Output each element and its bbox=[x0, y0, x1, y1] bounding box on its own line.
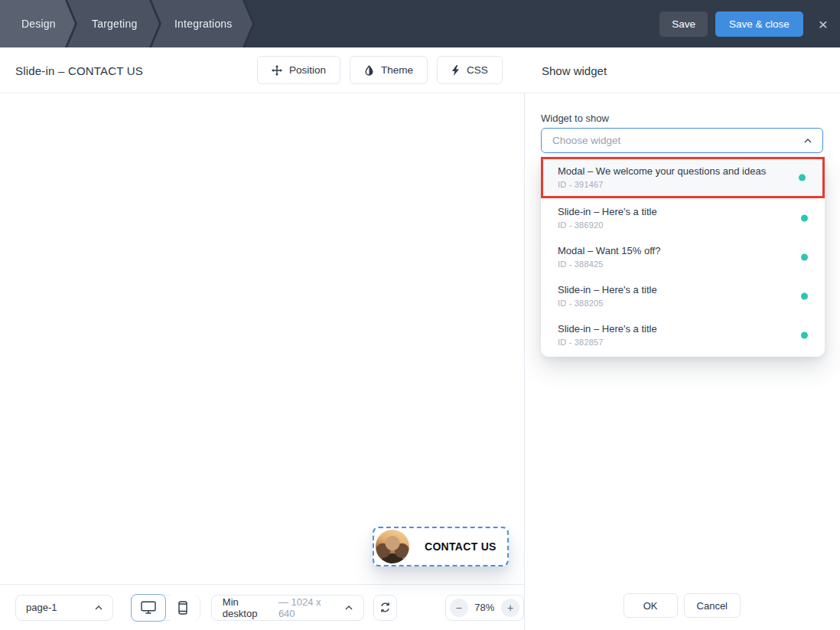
widget-option-id: ID - 388425 bbox=[558, 259, 790, 269]
widget-option-1[interactable]: Modal – We welcome your questions and id… bbox=[541, 157, 825, 198]
tab-design[interactable]: Design bbox=[0, 0, 75, 47]
panel-actions: OK Cancel bbox=[623, 593, 741, 618]
position-button-label: Position bbox=[289, 64, 326, 76]
viewport-label: Min desktop bbox=[223, 596, 273, 619]
widget-title: Slide-in – CONTACT US bbox=[15, 64, 143, 77]
tab-design-label: Design bbox=[21, 18, 56, 30]
tab-targeting[interactable]: Targeting bbox=[65, 0, 159, 47]
widget-option-title: Slide-in – Here's a title bbox=[558, 206, 790, 218]
lightning-bolt-icon bbox=[451, 65, 460, 76]
active-status-dot bbox=[801, 253, 808, 260]
zoom-in-button[interactable]: + bbox=[501, 599, 519, 617]
active-status-dot bbox=[801, 214, 808, 221]
position-button[interactable]: Position bbox=[257, 56, 340, 84]
zoom-control: − 78% + bbox=[445, 595, 524, 621]
smartphone-icon bbox=[178, 601, 187, 615]
contact-us-widget-preview[interactable]: CONTACT US bbox=[373, 527, 509, 566]
theme-button[interactable]: Theme bbox=[350, 56, 428, 84]
viewport-size-select[interactable]: Min desktop — 1024 x 640 bbox=[211, 595, 364, 621]
topbar-actions: Save Save & close × bbox=[659, 0, 828, 47]
zoom-out-button[interactable]: − bbox=[450, 599, 468, 617]
save-and-close-button[interactable]: Save & close bbox=[715, 11, 803, 37]
widget-option-id: ID - 386920 bbox=[558, 220, 790, 230]
widget-option-title: Modal – Want 15% off? bbox=[558, 245, 790, 257]
editor-header: Slide-in – CONTACT US Position Theme CSS… bbox=[0, 47, 840, 93]
device-toggle-group bbox=[131, 595, 200, 621]
page-select-value: page-1 bbox=[26, 602, 57, 613]
widget-option-title: Modal – We welcome your questions and id… bbox=[558, 165, 787, 178]
css-button-label: CSS bbox=[467, 64, 488, 76]
widget-option-id: ID - 388205 bbox=[558, 298, 790, 308]
page-body: CONTACT US page-1 bbox=[0, 93, 840, 630]
zoom-level: 78% bbox=[474, 602, 494, 613]
widget-option-3[interactable]: Modal – Want 15% off? ID - 388425 bbox=[541, 237, 825, 276]
widget-to-show-label: Widget to show bbox=[541, 113, 609, 124]
tab-integrations[interactable]: Integrations bbox=[149, 0, 252, 47]
active-status-dot bbox=[799, 175, 806, 181]
save-button[interactable]: Save bbox=[659, 11, 708, 37]
panel-title: Show widget bbox=[542, 64, 607, 77]
canvas-column: CONTACT US page-1 bbox=[0, 93, 525, 630]
ok-button[interactable]: OK bbox=[623, 593, 678, 618]
cancel-button[interactable]: Cancel bbox=[684, 593, 741, 618]
show-widget-panel: Widget to show Choose widget Modal – We … bbox=[525, 93, 840, 630]
close-icon[interactable]: × bbox=[819, 16, 828, 32]
chevron-up-icon bbox=[345, 606, 353, 610]
monitor-icon bbox=[141, 601, 156, 614]
avatar bbox=[376, 530, 409, 563]
tab-targeting-label: Targeting bbox=[92, 18, 137, 30]
widget-option-5[interactable]: Slide-in – Here's a title ID - 382857 bbox=[541, 315, 825, 354]
css-button[interactable]: CSS bbox=[437, 56, 503, 84]
viewport-size-value: — 1024 x 640 bbox=[278, 596, 337, 619]
widget-option-id: ID - 391467 bbox=[558, 179, 787, 190]
widget-dropdown-list: Modal – We welcome your questions and id… bbox=[541, 157, 825, 357]
page-select[interactable]: page-1 bbox=[15, 595, 113, 621]
preview-canvas: CONTACT US bbox=[0, 93, 524, 584]
rotate-orientation-button[interactable] bbox=[373, 595, 397, 621]
move-icon bbox=[272, 65, 282, 76]
contact-us-label: CONTACT US bbox=[425, 540, 497, 553]
widget-option-id: ID - 382857 bbox=[558, 337, 790, 348]
rotate-icon bbox=[379, 602, 391, 613]
tab-integrations-label: Integrations bbox=[174, 18, 233, 30]
mobile-view-button[interactable] bbox=[166, 595, 200, 621]
theme-droplet-icon bbox=[364, 65, 374, 76]
desktop-view-button[interactable] bbox=[131, 594, 166, 622]
active-status-dot bbox=[801, 331, 808, 338]
widget-option-title: Slide-in – Here's a title bbox=[558, 284, 790, 296]
choose-widget-select[interactable]: Choose widget bbox=[541, 128, 823, 153]
canvas-footer-toolbar: page-1 Min desktop bbox=[0, 584, 524, 630]
active-status-dot bbox=[801, 292, 808, 299]
step-tabs: Design Targeting Integrations bbox=[0, 0, 306, 47]
theme-button-label: Theme bbox=[381, 64, 413, 76]
chevron-up-icon bbox=[804, 139, 812, 143]
chevron-up-icon bbox=[95, 606, 103, 610]
top-bar: Design Targeting Integrations Save Save … bbox=[0, 0, 840, 47]
header-actions: Position Theme CSS bbox=[257, 56, 503, 84]
widget-option-2[interactable]: Slide-in – Here's a title ID - 386920 bbox=[541, 198, 825, 237]
widget-option-4[interactable]: Slide-in – Here's a title ID - 388205 bbox=[541, 276, 825, 315]
choose-widget-placeholder: Choose widget bbox=[552, 135, 620, 146]
widget-option-title: Slide-in – Here's a title bbox=[558, 323, 790, 335]
